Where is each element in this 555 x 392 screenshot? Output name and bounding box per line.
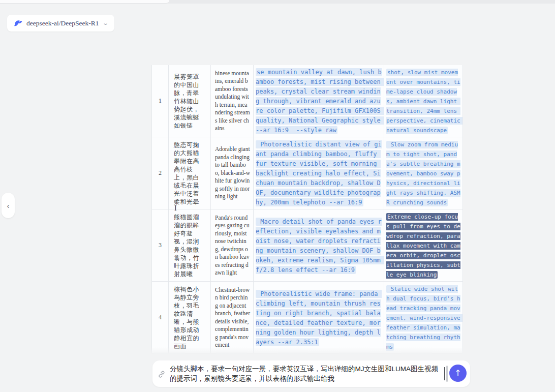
row-index-cell: 2 [152,137,169,209]
mj-prompt-cell: Photorealistic wide frame: panda climbin… [254,282,384,354]
scene-cn-cell: 棕褐色小鸟静立旁枝，羽毛纹路清晰，与熊猫形成动静相宜的画面 [169,282,211,354]
mj-prompt-code: Photorealistic wide frame: panda climbin… [256,290,382,346]
scene-en-cell: Adorable giant panda clinging to tall ba… [211,137,254,209]
table-row: 1 晨雾笼罩的中国山脉，青翠竹林随山势起伏，溪流蜿蜒如银链 hinese mou… [152,65,463,137]
mj-prompt-cell: Photorealistic distant view of giant pan… [254,137,384,209]
table-row: 2 憨态可掬的大熊猫攀附在高高竹枝上，黑白绒毛在晨光中泛着柔和光晕 Adorab… [152,137,463,209]
mj-prompt-code: Photorealistic distant view of giant pan… [256,140,382,206]
row-index-cell: 4 [152,282,169,354]
scene-cn-cell: 憨态可掬的大熊猫攀附在高高竹枝上，黑白绒毛在晨光中泛着柔和光晕 [169,137,211,209]
luma-prompt-cell: shot, slow mist movement over mountains,… [384,65,463,137]
luma-prompt-cell: Static wide shot with dual focus, bird's… [384,282,463,354]
scene-en-cell: Panoramic view [211,354,254,355]
sidebar-collapse-button[interactable]: ‹ [2,193,15,218]
scene-en-cell: Panda's round eyes gazing curiously, moi… [211,209,254,282]
text-caret [444,367,445,380]
scene-cn-cell: 晨雾笼罩的中国山脉，青翠竹林随山势起伏，溪流蜿蜒如银链 [169,65,211,137]
luma-prompt-code: Static wide shot with dual focus, bird's… [386,285,463,351]
row-index-cell [152,354,169,355]
luma-prompt-cell: Slow zoom from medium to tight shot, pan… [384,137,463,209]
tab-edge [0,0,169,4]
row-index-cell: 3 [152,209,169,282]
luma-prompt-cell: 360° rotational drone shot, dynamic sunb… [384,354,463,355]
luma-prompt-cell: Extreme close-up focus pull from eyes to… [384,209,463,282]
input-scrollbar[interactable] [446,366,448,382]
scene-cn-cell: 熊猫圆溜溜的眼眸好奇凝视，湿润鼻头微微翕动，竹叶露珠折射晨曦 [169,209,211,282]
mj-prompt-cell: Ultra-wide landscape shot: panda centere… [254,354,384,355]
model-selector-label: deepseek-ai/DeepSeek-R1 [26,19,99,27]
send-button[interactable]: ↑ [449,365,467,382]
chevron-left-icon: ‹ [7,201,10,210]
luma-prompt-code: shot, slow mist movement over mountains,… [386,69,463,134]
model-selector[interactable]: deepseek-ai/DeepSeek-R1 ⌄ [7,15,114,32]
top-window-strip [0,0,555,4]
deepseek-whale-icon [13,18,23,28]
row-index-cell: 1 [152,65,169,137]
table-row: 3 熊猫圆溜溜的眼眸好奇凝视，湿润鼻头微微翕动，竹叶露珠折射晨曦 Panda's… [152,209,463,282]
chat-composer[interactable]: 分镜头脚本，要求一句对应一景，要求英汉互译，写出详细的MJ文生图和LUMA图生视… [152,360,470,387]
link-icon[interactable] [158,370,166,378]
message-input[interactable]: 分镜头脚本，要求一句对应一景，要求英汉互译，写出详细的MJ文生图和LUMA图生视… [170,364,441,383]
table-row: 全景展现熊 Panoramic view Ultra-wide landscap… [152,354,463,355]
luma-prompt-code-selected: Extreme close-up focus pull from eyes to… [386,213,460,279]
scene-en-cell: hinese mountains, emerald bamboo forests… [211,65,254,137]
mj-prompt-code: se mountain valley at dawn, lush bamboo … [256,68,384,134]
mj-prompt-cell: Macro detail shot of panda eyes reflecti… [254,209,384,282]
scene-cn-cell: 全景展现熊 [169,354,211,355]
chat-message-viewport: 1 晨雾笼罩的中国山脉，青翠竹林随山势起伏，溪流蜿蜒如银链 hinese mou… [151,65,465,354]
storyboard-table: 1 晨雾笼罩的中国山脉，青翠竹林随山势起伏，溪流蜿蜒如银链 hinese mou… [151,65,463,354]
chevron-down-icon: ⌄ [103,20,109,26]
luma-prompt-code: Slow zoom from medium to tight shot, pan… [386,141,460,206]
arrow-up-icon: ↑ [454,368,461,378]
table-row: 4 棕褐色小鸟静立旁枝，羽毛纹路清晰，与熊猫形成动静相宜的画面 Chestnut… [152,282,463,354]
scene-en-cell: Chestnut-brown bird perching on adjacent… [211,282,254,354]
mj-prompt-code: Macro detail shot of panda eyes reflecti… [256,218,384,274]
mj-prompt-cell: se mountain valley at dawn, lush bamboo … [254,65,384,137]
